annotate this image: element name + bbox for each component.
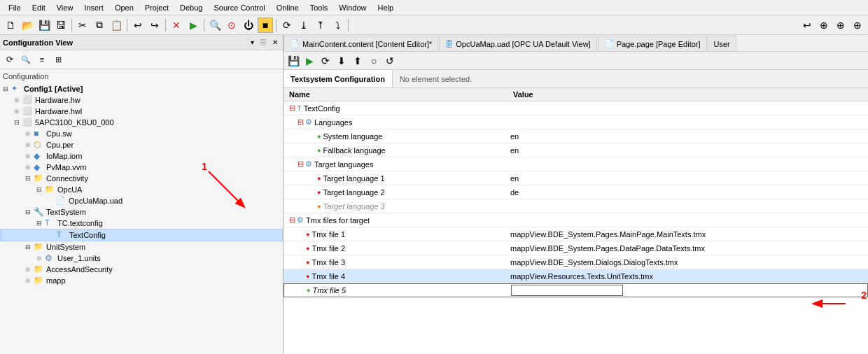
prop-row-tmx2[interactable]: ● Tmx file 2 mappView.BDE_System.Pages.D… bbox=[284, 241, 868, 255]
toggle-plus[interactable]: ⊕ bbox=[14, 108, 22, 115]
cut-btn[interactable]: ✂ bbox=[75, 17, 90, 33]
build-btn[interactable]: ✕ bbox=[169, 17, 184, 33]
tree-node-config1[interactable]: ⊟ ✦ Config1 [Active] bbox=[0, 83, 283, 94]
menu-online[interactable]: Online bbox=[271, 2, 304, 13]
save-action-btn[interactable]: 💾 bbox=[286, 54, 300, 68]
prop-row-target-lang2[interactable]: ● Target language 2 de bbox=[284, 185, 868, 199]
extra4-btn[interactable]: ⊕ bbox=[850, 17, 865, 33]
tree-node-apc3100[interactable]: ⊟ ⬜ 5APC3100_KBU0_000 bbox=[0, 117, 283, 128]
tree-node-cpu-sw[interactable]: ⊕ ■ Cpu.sw bbox=[0, 128, 283, 139]
prop-row-tmx-files[interactable]: ⊟ ⚙ Tmx files for target bbox=[284, 213, 868, 227]
undo-btn[interactable]: ↩ bbox=[130, 17, 146, 33]
toggle-minus[interactable]: ⊟ bbox=[36, 220, 45, 227]
prop-row-target-lang1[interactable]: ● Target language 1 en bbox=[284, 171, 868, 185]
prop-row-textconfig[interactable]: ⊟ T TextConfig bbox=[284, 101, 868, 115]
debug1-btn[interactable]: ⟳ bbox=[279, 17, 295, 33]
open-btn[interactable]: 📂 bbox=[20, 17, 35, 33]
tree-node-hardware-hwl[interactable]: ⊕ ⬜ Hardware.hwl bbox=[0, 106, 283, 117]
up-action-btn[interactable]: ⬆ bbox=[351, 54, 365, 68]
tree-node-user1units[interactable]: ⊕ ⚙ User_1.units bbox=[0, 253, 283, 264]
prop-row-tmx3[interactable]: ● Tmx file 3 mappView.BDE_System.Dialogs… bbox=[284, 255, 868, 269]
tree-node-textconfig[interactable]: T TextConfig bbox=[0, 229, 283, 241]
circle-action-btn[interactable]: ○ bbox=[367, 54, 381, 68]
prop-row-tmx5[interactable]: ● Tmx file 5 bbox=[284, 283, 868, 297]
menu-view[interactable]: View bbox=[51, 2, 79, 13]
tree-node-hardware-hw[interactable]: ⊕ ⬜ Hardware.hw bbox=[0, 94, 283, 106]
menu-tools[interactable]: Tools bbox=[304, 2, 334, 13]
tree-node-pvmap[interactable]: ⊕ ◆ PvMap.vvm bbox=[0, 162, 283, 173]
toggle-plus[interactable]: ⊕ bbox=[36, 255, 45, 262]
toggle-icon[interactable]: ⊟ bbox=[289, 104, 295, 113]
reload-action-btn[interactable]: ↺ bbox=[383, 54, 397, 68]
toggle-plus[interactable]: ⊕ bbox=[14, 97, 22, 104]
copy-btn[interactable]: ⧉ bbox=[92, 17, 107, 33]
toggle-plus[interactable]: ⊕ bbox=[25, 164, 34, 171]
tree-node-access[interactable]: ⊕ 📁 AccessAndSecurity bbox=[0, 264, 283, 275]
prop-row-system-lang[interactable]: ● System language en bbox=[284, 129, 868, 143]
debug3-btn[interactable]: ⤒ bbox=[313, 17, 328, 33]
tab-pagepage[interactable]: 📄 Page.page [Page Editor] bbox=[598, 36, 707, 51]
close-icon[interactable]: ✕ bbox=[270, 38, 280, 48]
toggle-icon[interactable]: ⊟ bbox=[298, 160, 304, 169]
prop-row-target-langs[interactable]: ⊟ ⚙ Target languages bbox=[284, 157, 868, 171]
toggle-minus[interactable]: ⊟ bbox=[3, 85, 11, 92]
tree-node-opcua[interactable]: ⊟ 📁 OpcUA bbox=[0, 184, 283, 195]
down-action-btn[interactable]: ⬇ bbox=[335, 54, 349, 68]
tree-node-mapp[interactable]: ⊕ 📁 mapp bbox=[0, 275, 283, 286]
debug2-btn[interactable]: ⤓ bbox=[296, 17, 312, 33]
extra3-btn[interactable]: ⊕ bbox=[833, 17, 848, 33]
debug4-btn[interactable]: ⤵ bbox=[330, 17, 345, 33]
toggle-minus[interactable]: ⊟ bbox=[36, 186, 45, 193]
menu-debug[interactable]: Debug bbox=[174, 2, 208, 13]
refresh-btn[interactable]: ⟳ bbox=[3, 52, 17, 66]
target-btn[interactable]: ⊙ bbox=[224, 17, 239, 33]
extra2-btn[interactable]: ⊕ bbox=[816, 17, 832, 33]
toggle-plus[interactable]: ⊕ bbox=[25, 266, 34, 273]
prop-row-tmx4[interactable]: ● Tmx file 4 mappView.Resources.Texts.Un… bbox=[284, 269, 868, 283]
prop-row-languages[interactable]: ⊟ ⚙ Languages bbox=[284, 115, 868, 129]
menu-help[interactable]: Help bbox=[372, 2, 399, 13]
toggle-plus[interactable]: ⊕ bbox=[25, 153, 34, 160]
menu-window[interactable]: Window bbox=[333, 2, 372, 13]
prop-row-fallback-lang[interactable]: ● Fallback language en bbox=[284, 143, 868, 157]
expand-btn[interactable]: ⊞ bbox=[51, 52, 65, 66]
menu-project[interactable]: Project bbox=[139, 2, 174, 13]
toggle-minus[interactable]: ⊟ bbox=[25, 175, 34, 182]
collapse-btn[interactable]: ≡ bbox=[35, 52, 49, 66]
toggle-icon[interactable]: ⊟ bbox=[289, 215, 295, 225]
save-all-btn[interactable]: 🖫 bbox=[53, 17, 69, 33]
tree-node-connectivity[interactable]: ⊟ 📁 Connectivity bbox=[0, 173, 283, 184]
tree-node-tc-textconfig[interactable]: ⊟ T TC.textconfig bbox=[0, 218, 283, 229]
tab-opcuamap[interactable]: 🗄 OpcUaMap.uad [OPC UA Default View] bbox=[439, 36, 596, 51]
filter-btn[interactable]: 🔍 bbox=[19, 52, 33, 66]
menu-file[interactable]: File bbox=[3, 2, 27, 13]
menu-open[interactable]: Open bbox=[109, 2, 139, 13]
toggle-minus[interactable]: ⊟ bbox=[25, 208, 34, 215]
save-btn[interactable]: 💾 bbox=[36, 17, 52, 33]
toggle-icon[interactable]: ⊟ bbox=[298, 118, 304, 127]
toggle-minus[interactable]: ⊟ bbox=[14, 119, 22, 126]
menu-source-control[interactable]: Source Control bbox=[208, 2, 270, 13]
tree-node-opcuamap[interactable]: 📄 OpcUaMap.uad bbox=[0, 195, 283, 206]
extra1-btn[interactable]: ↩ bbox=[799, 17, 815, 33]
run-btn[interactable]: ▶ bbox=[186, 17, 201, 33]
tree-node-unitsystem[interactable]: ⊟ 📁 UnitSystem bbox=[0, 241, 283, 253]
config-btn[interactable]: ■ bbox=[258, 17, 273, 33]
tmx5-input[interactable] bbox=[511, 285, 623, 296]
tree-node-iomap[interactable]: ⊕ ◆ IoMap.iom bbox=[0, 150, 283, 162]
tree-node-textsystem[interactable]: ⊟ 🔧 TextSystem bbox=[0, 206, 283, 218]
redo-btn[interactable]: ↪ bbox=[147, 17, 162, 33]
prop-row-tmx1[interactable]: ● Tmx file 1 mappView.BDE_System.Pages.M… bbox=[284, 227, 868, 241]
prop-row-target-lang3[interactable]: ● Target language 3 bbox=[284, 199, 868, 213]
toggle-minus[interactable]: ⊟ bbox=[25, 243, 34, 250]
search-btn[interactable]: 🔍 bbox=[207, 17, 223, 33]
add-action-btn[interactable]: ▶ bbox=[302, 54, 316, 68]
toggle-plus[interactable]: ⊕ bbox=[25, 141, 34, 148]
tab-maincontent[interactable]: 📄 MainContent.content [Content Editor]* bbox=[284, 36, 438, 51]
tab-user[interactable]: User bbox=[708, 36, 736, 51]
tree-node-cpu-per[interactable]: ⊕ ⬡ Cpu.per bbox=[0, 139, 283, 150]
auto-hide-icon[interactable]: 𝄚 bbox=[258, 38, 268, 48]
arrow-action-btn[interactable]: ⟳ bbox=[318, 54, 332, 68]
new-btn[interactable]: 🗋 bbox=[3, 17, 18, 33]
power-btn[interactable]: ⏻ bbox=[241, 17, 256, 33]
